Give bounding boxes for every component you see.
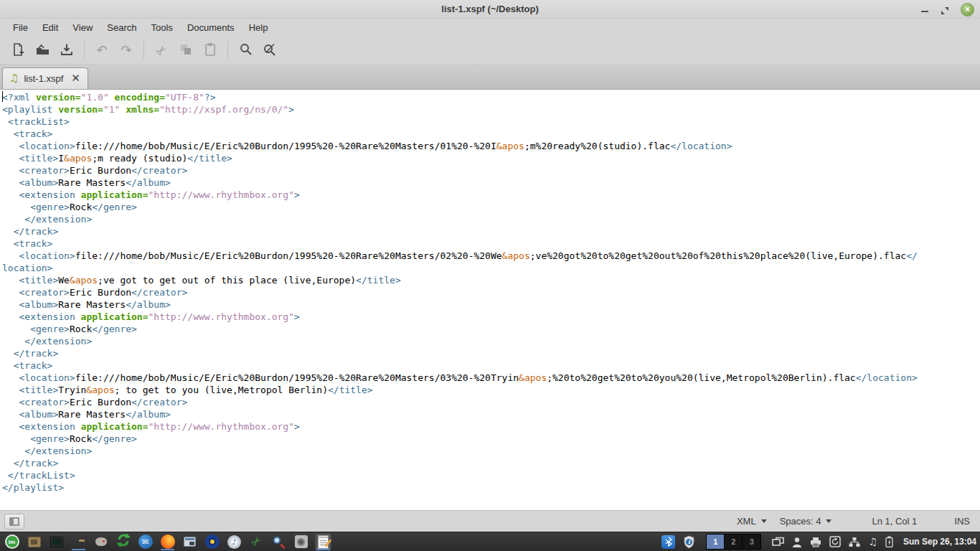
menu-item-search[interactable]: Search: [100, 20, 143, 35]
cut-button[interactable]: ✂: [149, 39, 174, 61]
code-line: <album>Rare Masters</album>: [2, 408, 980, 420]
code-line: <creator>Eric Burdon</creator>: [2, 164, 980, 176]
volume-app-launcher[interactable]: [293, 533, 309, 550]
xsane-icon: [95, 537, 107, 546]
timeshift-icon[interactable]: [829, 536, 841, 547]
editor-content[interactable]: <?xml version="1.0" encoding="UTF-8"?><p…: [0, 90, 980, 510]
archive-manager-launcher[interactable]: [26, 533, 42, 550]
thunderbird-icon: ✉: [138, 534, 153, 549]
code-line: </extension>: [2, 213, 980, 225]
paste-icon: [204, 42, 217, 59]
menu-item-view[interactable]: View: [65, 20, 100, 35]
save-button[interactable]: [55, 39, 79, 61]
code-line: <album>Rare Masters</album>: [2, 298, 980, 311]
code-line: <track>: [2, 359, 980, 372]
file-manager-launcher[interactable]: [70, 533, 87, 550]
code-line: </playlist>: [2, 481, 980, 494]
code-line: </track>: [2, 225, 980, 237]
redo-icon: ↷: [121, 44, 131, 57]
menu-item-edit[interactable]: Edit: [35, 20, 65, 35]
media-player-launcher[interactable]: ♪: [226, 533, 242, 550]
printer-applet-icon[interactable]: [810, 537, 821, 547]
redo-button[interactable]: ↷: [114, 39, 138, 61]
sync-launcher[interactable]: [115, 533, 131, 550]
mint-menu-launcher[interactable]: lm: [4, 533, 20, 550]
replace-button[interactable]: [258, 39, 282, 61]
new-document-button[interactable]: [6, 39, 30, 61]
language-selector[interactable]: XML: [737, 516, 767, 527]
menubar: FileEditViewSearchToolsDocumentsHelp: [0, 19, 980, 37]
copy-button[interactable]: [174, 39, 198, 61]
workspace-1[interactable]: 1: [707, 534, 725, 549]
taskbar-launchers: lm✉♪✂: [4, 533, 331, 550]
workspace-3[interactable]: 3: [743, 534, 760, 549]
code-line: <location>file:///home/bob/Music/E/Eric%…: [2, 372, 980, 384]
battery-applet-icon[interactable]: [885, 536, 893, 547]
update-shield-icon[interactable]: i: [683, 535, 695, 549]
code-line: <?xml version="1.0" encoding="UTF-8"?>: [2, 91, 980, 103]
code-line: <title>We&apos;ve got to get out of this…: [2, 274, 980, 286]
toolbar-separator: [227, 41, 228, 60]
clock[interactable]: Sun Sep 26, 13:04: [903, 537, 976, 547]
network-applet-icon[interactable]: [849, 537, 860, 547]
chevron-down-icon: [826, 519, 831, 523]
workspace-2[interactable]: 2: [725, 534, 743, 549]
tabbar: ♫ list-1.xspf ✕: [0, 64, 980, 90]
code-line: <album>Rare Masters</album>: [2, 176, 980, 189]
firefox-icon: [161, 534, 175, 549]
titlebar[interactable]: list-1.xspf (~/Desktop) ×: [0, 0, 980, 19]
sync-icon: [116, 533, 131, 550]
menu-item-help[interactable]: Help: [242, 20, 275, 35]
tab-close-icon[interactable]: ✕: [71, 73, 80, 84]
workspace-switcher: 123: [706, 534, 761, 550]
close-icon: ×: [965, 4, 970, 14]
archive-manager-icon: [28, 537, 41, 547]
close-button[interactable]: ×: [961, 3, 974, 17]
search-tool-icon: [272, 535, 286, 549]
text-editor-launcher[interactable]: [315, 533, 331, 550]
code-line: <creator>Eric Burdon</creator>: [2, 396, 980, 408]
xkill-icon: ✂: [252, 535, 261, 548]
text-cursor: [2, 91, 3, 102]
tab-width-selector[interactable]: Spaces: 4: [780, 516, 832, 527]
side-panel-toggle-button[interactable]: [4, 514, 24, 529]
code-line: </trackList>: [2, 469, 980, 481]
terminal-launcher[interactable]: [48, 533, 65, 550]
open-button[interactable]: [30, 39, 55, 61]
tab-list-1-xspf[interactable]: ♫ list-1.xspf ✕: [2, 67, 88, 89]
restore-button[interactable]: [941, 5, 949, 14]
code-line: </extension>: [2, 445, 980, 457]
tab-width-label: Spaces: 4: [780, 516, 821, 527]
menu-item-tools[interactable]: Tools: [144, 20, 180, 35]
undo-icon: ↶: [96, 44, 107, 57]
find-button[interactable]: [233, 39, 258, 61]
xsane-launcher[interactable]: [93, 533, 109, 550]
xed-window: list-1.xspf (~/Desktop) × FileEditViewSe…: [0, 0, 980, 551]
bluetooth-icon[interactable]: [661, 535, 675, 549]
paste-button[interactable]: [198, 39, 222, 61]
insert-mode-indicator: INS: [954, 516, 970, 527]
xkill-launcher[interactable]: ✂: [248, 533, 265, 550]
restore-icon: [941, 6, 949, 15]
firefox-launcher[interactable]: [159, 533, 176, 550]
code-line: </track>: [2, 347, 980, 359]
cursor-position: Ln 1, Col 1: [872, 516, 917, 527]
language-label: XML: [737, 516, 756, 527]
user-applet-icon[interactable]: [792, 537, 802, 547]
window-list-icon[interactable]: [772, 537, 784, 547]
screenshot-launcher[interactable]: [182, 533, 198, 550]
thunderbird-launcher[interactable]: ✉: [137, 533, 154, 550]
terminal-icon: [50, 537, 63, 547]
code-line: <genre>Rock</genre>: [2, 323, 980, 335]
undo-button[interactable]: ↶: [90, 39, 114, 61]
search-tool-launcher[interactable]: [270, 533, 287, 550]
minimize-button[interactable]: [920, 5, 929, 14]
open-icon: [35, 43, 50, 58]
copy-icon: [179, 43, 192, 58]
sound-applet-icon[interactable]: ♫: [868, 537, 877, 547]
menu-item-documents[interactable]: Documents: [180, 20, 242, 35]
audio-player-launcher[interactable]: [204, 533, 220, 550]
code-line: <genre>Rock</genre>: [2, 201, 980, 213]
menu-item-file[interactable]: File: [6, 20, 35, 35]
code-line: </extension>: [2, 335, 980, 347]
